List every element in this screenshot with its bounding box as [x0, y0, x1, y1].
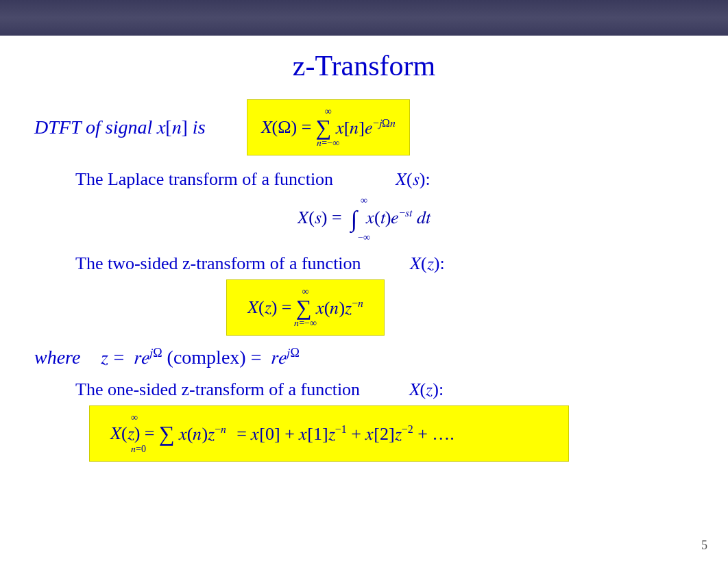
slide-title: z-Transform [34, 49, 694, 82]
one-sided-sigma: ∑ [159, 423, 175, 445]
two-sided-label: The two-sided z-transform of a function … [75, 253, 694, 274]
laplace-formula: ∞ 𝑋(𝑠) = ∫ 𝑥(𝑡)𝑒−𝑠𝑡 𝑑𝑡 −∞ [34, 195, 694, 243]
page-number: 5 [701, 538, 707, 553]
two-sided-formula-box: ∞ 𝑋(𝑧) = ∑ 𝑥(𝑛)𝑧−𝑛 𝑛=−∞ [226, 279, 385, 336]
two-sided-Xz: 𝑋(𝑧) = [247, 297, 296, 318]
one-sided-formula-box: ∞ 𝑋(𝑧) = ∑ 𝑥(𝑛)𝑧−𝑛 = 𝑥[0] + 𝑥[1]𝑧−1 + 𝑥[… [89, 405, 569, 462]
two-sided-sum-bottom: 𝑛=−∞ [247, 318, 363, 328]
dtft-sigma: ∑ [316, 116, 332, 138]
laplace-section: The Laplace transform of a function 𝑋(𝑠)… [34, 169, 694, 243]
laplace-formula-main: 𝑋(𝑠) = ∫ 𝑥(𝑡)𝑒−𝑠𝑡 𝑑𝑡 [298, 208, 430, 227]
dtft-label: DTFT of signal 𝑥[𝑛] is [34, 116, 206, 139]
one-sided-label: The one-sided z-transform of a function … [75, 379, 694, 400]
two-sided-formula-wrapper: ∞ 𝑋(𝑧) = ∑ 𝑥(𝑛)𝑧−𝑛 𝑛=−∞ [226, 279, 694, 336]
dtft-formula-box: ∞ 𝑋(Ω) = ∑ 𝑥[𝑛]𝑒−𝑗Ω𝑛 𝑛=−∞ [247, 99, 410, 155]
two-sided-section: The two-sided z-transform of a function … [34, 253, 694, 336]
one-sided-sum-top: ∞ [131, 413, 548, 423]
one-sided-formula-main: 𝑋(𝑧) = ∑ 𝑥(𝑛)𝑧−𝑛 = 𝑥[0] + 𝑥[1]𝑧−1 + 𝑥[2]… [110, 423, 548, 445]
laplace-label: The Laplace transform of a function 𝑋(𝑠)… [75, 169, 694, 190]
one-sided-expanded: = 𝑥[0] + 𝑥[1]𝑧−1 + 𝑥[2]𝑧−2 + …. [236, 423, 454, 445]
dtft-sum-bottom: 𝑛=−∞ [261, 138, 396, 148]
one-sided-formula-wrapper: ∞ 𝑋(𝑧) = ∑ 𝑥(𝑛)𝑧−𝑛 = 𝑥[0] + 𝑥[1]𝑧−1 + 𝑥[… [89, 405, 694, 462]
dtft-section: DTFT of signal 𝑥[𝑛] is ∞ 𝑋(Ω) = ∑ 𝑥[𝑛]𝑒−… [34, 99, 694, 155]
where-row: where 𝑧 = 𝑟𝑒𝑗Ω (complex) = 𝑟𝑒𝑗Ω [34, 346, 694, 369]
one-sided-section: The one-sided z-transform of a function … [34, 379, 694, 462]
two-sided-sigma: ∑ [296, 297, 312, 318]
dtft-body: 𝑥[𝑛]𝑒−𝑗Ω𝑛 [336, 117, 396, 138]
where-label: where [34, 347, 80, 368]
laplace-integral-bottom: −∞ [34, 232, 694, 243]
two-sided-body: 𝑥(𝑛)𝑧−𝑛 [316, 297, 363, 318]
dtft-X-omega: 𝑋(Ω) = [261, 117, 316, 138]
top-banner [0, 0, 728, 36]
one-sided-Xz: 𝑋(𝑧) = [110, 423, 159, 444]
where-content: 𝑧 = 𝑟𝑒𝑗Ω (complex) = 𝑟𝑒𝑗Ω [101, 346, 299, 369]
page-content: z-Transform DTFT of signal 𝑥[𝑛] is ∞ 𝑋(Ω… [0, 36, 728, 475]
laplace-integral-top: ∞ [34, 195, 694, 206]
two-sided-formula-main: 𝑋(𝑧) = ∑ 𝑥(𝑛)𝑧−𝑛 [247, 297, 363, 318]
dtft-formula-main: 𝑋(Ω) = ∑ 𝑥[𝑛]𝑒−𝑗Ω𝑛 [261, 116, 396, 138]
one-sided-sum-bottom: 𝑛=0 [131, 445, 548, 454]
one-sided-body: 𝑥(𝑛)𝑧−𝑛 [179, 423, 226, 445]
